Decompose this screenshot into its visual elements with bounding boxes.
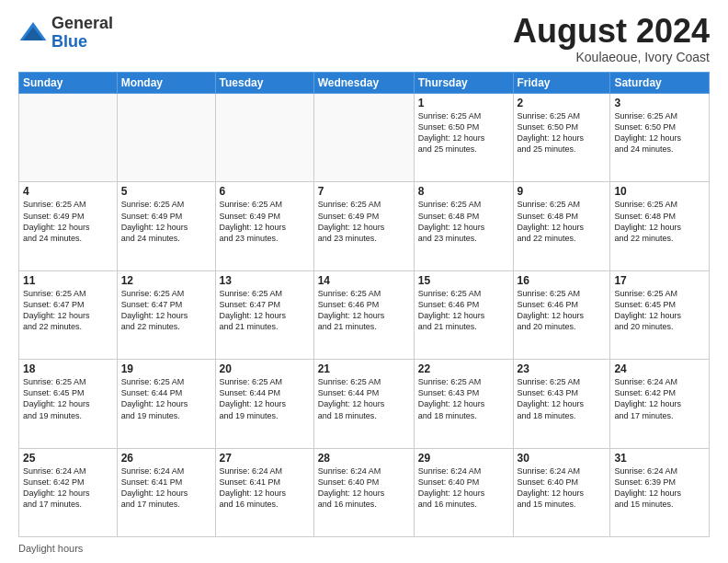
calendar-week-0: 1Sunrise: 6:25 AM Sunset: 6:50 PM Daylig… (19, 94, 710, 182)
day-number: 19 (121, 362, 211, 375)
day-number: 30 (518, 452, 607, 465)
day-number: 5 (121, 185, 211, 198)
calendar-cell: 16Sunrise: 6:25 AM Sunset: 6:46 PM Dayli… (513, 270, 610, 359)
day-number: 18 (23, 362, 113, 375)
header: General Blue August 2024 Koulaeoue, Ivor… (18, 15, 710, 64)
calendar-cell: 29Sunrise: 6:24 AM Sunset: 6:40 PM Dayli… (414, 448, 513, 536)
day-info: Sunrise: 6:24 AM Sunset: 6:40 PM Dayligh… (418, 465, 509, 511)
logo-general: General (51, 15, 113, 33)
calendar-cell: 22Sunrise: 6:25 AM Sunset: 6:43 PM Dayli… (414, 360, 513, 448)
day-number: 9 (518, 185, 607, 198)
day-info: Sunrise: 6:25 AM Sunset: 6:45 PM Dayligh… (23, 376, 113, 421)
calendar-cell: 12Sunrise: 6:25 AM Sunset: 6:47 PM Dayli… (117, 270, 215, 359)
day-info: Sunrise: 6:25 AM Sunset: 6:46 PM Dayligh… (518, 288, 607, 333)
calendar-cell: 3Sunrise: 6:25 AM Sunset: 6:50 PM Daylig… (610, 94, 710, 182)
calendar-week-1: 4Sunrise: 6:25 AM Sunset: 6:49 PM Daylig… (19, 182, 710, 270)
day-info: Sunrise: 6:25 AM Sunset: 6:50 PM Dayligh… (418, 110, 509, 155)
day-number: 7 (318, 185, 410, 198)
page: General Blue August 2024 Koulaeoue, Ivor… (0, 0, 728, 563)
day-number: 28 (318, 452, 410, 465)
day-number: 6 (220, 185, 310, 198)
logo: General Blue (18, 15, 113, 52)
calendar-cell: 23Sunrise: 6:25 AM Sunset: 6:43 PM Dayli… (513, 360, 610, 448)
calendar-cell: 13Sunrise: 6:25 AM Sunset: 6:47 PM Dayli… (215, 270, 313, 359)
calendar-cell: 7Sunrise: 6:25 AM Sunset: 6:49 PM Daylig… (313, 182, 414, 270)
day-info: Sunrise: 6:24 AM Sunset: 6:41 PM Dayligh… (220, 465, 310, 511)
calendar-header-monday: Monday (117, 73, 215, 94)
day-info: Sunrise: 6:25 AM Sunset: 6:47 PM Dayligh… (23, 288, 113, 333)
calendar-cell: 26Sunrise: 6:24 AM Sunset: 6:41 PM Dayli… (117, 448, 215, 536)
calendar-cell: 10Sunrise: 6:25 AM Sunset: 6:48 PM Dayli… (610, 182, 710, 270)
calendar-header-tuesday: Tuesday (215, 73, 313, 94)
day-number: 27 (220, 452, 310, 465)
calendar-cell: 5Sunrise: 6:25 AM Sunset: 6:49 PM Daylig… (117, 182, 215, 270)
day-number: 25 (23, 452, 113, 465)
day-number: 23 (518, 362, 607, 375)
day-number: 8 (418, 185, 509, 198)
calendar-cell: 24Sunrise: 6:24 AM Sunset: 6:42 PM Dayli… (610, 360, 710, 448)
calendar-cell: 9Sunrise: 6:25 AM Sunset: 6:48 PM Daylig… (513, 182, 610, 270)
calendar-cell (19, 94, 118, 182)
day-number: 1 (418, 97, 509, 109)
daylight-hours-label: Daylight hours (18, 543, 83, 554)
day-number: 14 (318, 274, 410, 287)
calendar-header-thursday: Thursday (414, 73, 513, 94)
day-info: Sunrise: 6:24 AM Sunset: 6:40 PM Dayligh… (518, 465, 607, 511)
day-number: 24 (614, 362, 705, 375)
logo-icon (18, 18, 48, 48)
logo-blue: Blue (51, 33, 113, 52)
calendar-cell: 15Sunrise: 6:25 AM Sunset: 6:46 PM Dayli… (414, 270, 513, 359)
day-info: Sunrise: 6:24 AM Sunset: 6:40 PM Dayligh… (318, 465, 410, 511)
day-info: Sunrise: 6:25 AM Sunset: 6:43 PM Dayligh… (418, 376, 509, 421)
day-info: Sunrise: 6:25 AM Sunset: 6:43 PM Dayligh… (518, 376, 607, 421)
calendar-cell: 17Sunrise: 6:25 AM Sunset: 6:45 PM Dayli… (610, 270, 710, 359)
day-info: Sunrise: 6:25 AM Sunset: 6:45 PM Dayligh… (614, 288, 705, 333)
day-number: 22 (418, 362, 509, 375)
day-info: Sunrise: 6:25 AM Sunset: 6:49 PM Dayligh… (220, 199, 310, 244)
calendar-header-sunday: Sunday (19, 73, 118, 94)
day-info: Sunrise: 6:24 AM Sunset: 6:42 PM Dayligh… (23, 465, 113, 511)
calendar-cell: 27Sunrise: 6:24 AM Sunset: 6:41 PM Dayli… (215, 448, 313, 536)
day-info: Sunrise: 6:25 AM Sunset: 6:48 PM Dayligh… (418, 199, 509, 244)
calendar-cell: 4Sunrise: 6:25 AM Sunset: 6:49 PM Daylig… (19, 182, 118, 270)
day-info: Sunrise: 6:25 AM Sunset: 6:47 PM Dayligh… (220, 288, 310, 333)
calendar-cell: 1Sunrise: 6:25 AM Sunset: 6:50 PM Daylig… (414, 94, 513, 182)
calendar-header-friday: Friday (513, 73, 610, 94)
day-number: 31 (614, 452, 705, 465)
day-info: Sunrise: 6:25 AM Sunset: 6:44 PM Dayligh… (121, 376, 211, 421)
calendar-cell (215, 94, 313, 182)
day-info: Sunrise: 6:25 AM Sunset: 6:46 PM Dayligh… (418, 288, 509, 333)
day-number: 15 (418, 274, 509, 287)
calendar-cell: 8Sunrise: 6:25 AM Sunset: 6:48 PM Daylig… (414, 182, 513, 270)
day-number: 11 (23, 274, 113, 287)
day-number: 10 (614, 185, 705, 198)
day-number: 2 (518, 97, 607, 109)
calendar-week-2: 11Sunrise: 6:25 AM Sunset: 6:47 PM Dayli… (19, 270, 710, 359)
day-number: 26 (121, 452, 211, 465)
calendar-cell: 14Sunrise: 6:25 AM Sunset: 6:46 PM Dayli… (313, 270, 414, 359)
day-number: 29 (418, 452, 509, 465)
calendar-cell: 11Sunrise: 6:25 AM Sunset: 6:47 PM Dayli… (19, 270, 118, 359)
day-number: 4 (23, 185, 113, 198)
day-info: Sunrise: 6:24 AM Sunset: 6:39 PM Dayligh… (614, 465, 705, 511)
day-number: 13 (220, 274, 310, 287)
calendar-cell: 25Sunrise: 6:24 AM Sunset: 6:42 PM Dayli… (19, 448, 118, 536)
day-info: Sunrise: 6:24 AM Sunset: 6:41 PM Dayligh… (121, 465, 211, 511)
calendar-cell: 30Sunrise: 6:24 AM Sunset: 6:40 PM Dayli… (513, 448, 610, 536)
calendar-week-4: 25Sunrise: 6:24 AM Sunset: 6:42 PM Dayli… (19, 448, 710, 536)
calendar-cell: 20Sunrise: 6:25 AM Sunset: 6:44 PM Dayli… (215, 360, 313, 448)
calendar-table: SundayMondayTuesdayWednesdayThursdayFrid… (18, 72, 710, 537)
day-number: 3 (614, 97, 705, 109)
location: Koulaeoue, Ivory Coast (513, 50, 710, 64)
day-number: 17 (614, 274, 705, 287)
day-info: Sunrise: 6:25 AM Sunset: 6:50 PM Dayligh… (518, 110, 607, 155)
title-area: August 2024 Koulaeoue, Ivory Coast (513, 15, 710, 64)
day-info: Sunrise: 6:25 AM Sunset: 6:47 PM Dayligh… (121, 288, 211, 333)
calendar-header-row: SundayMondayTuesdayWednesdayThursdayFrid… (19, 73, 710, 94)
day-info: Sunrise: 6:25 AM Sunset: 6:44 PM Dayligh… (318, 376, 410, 421)
day-info: Sunrise: 6:25 AM Sunset: 6:48 PM Dayligh… (614, 199, 705, 244)
calendar-week-3: 18Sunrise: 6:25 AM Sunset: 6:45 PM Dayli… (19, 360, 710, 448)
calendar-cell: 21Sunrise: 6:25 AM Sunset: 6:44 PM Dayli… (313, 360, 414, 448)
calendar-cell: 31Sunrise: 6:24 AM Sunset: 6:39 PM Dayli… (610, 448, 710, 536)
day-info: Sunrise: 6:25 AM Sunset: 6:46 PM Dayligh… (318, 288, 410, 333)
